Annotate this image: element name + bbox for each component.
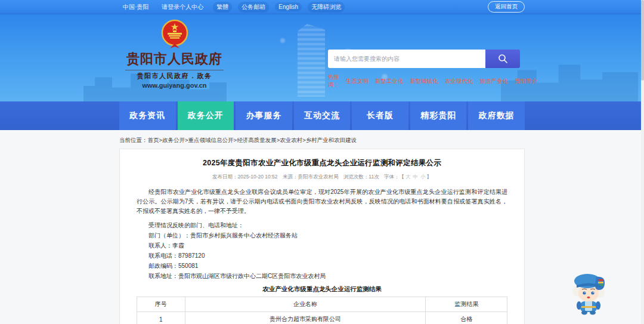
company-name: 贵州合力超市采购有限公司 — [185, 312, 426, 324]
topbar-links: 中国·贵阳 请登录个人中心 繁體 公务邮箱 English 无障碍浏览 — [119, 2, 351, 13]
view-count: 浏览次数：11次 — [343, 174, 379, 180]
article-meta: 发布日期：2025-10-20 10:52 来源：贵阳市农业农村局 浏览次数：1… — [137, 174, 507, 181]
contact-line: 联系地址：贵阳市观山湖区市级行政中心二期C区贵阳市农业农村局 — [137, 271, 507, 281]
main-nav: 政务资讯 政务公开 办事服务 互动交流 长者版 精彩贵阳 政府数据 — [0, 101, 644, 130]
table-header-cell: 监测结果 — [426, 297, 507, 312]
nav-item[interactable]: 办事服务 — [236, 101, 292, 130]
hot-search-label: 热搜词： — [328, 73, 339, 89]
hot-search-link[interactable]: 新型工业化 — [375, 78, 404, 85]
search-input[interactable] — [328, 50, 485, 68]
breadcrumb-label: 当前位置： — [119, 137, 148, 143]
breadcrumb-path: 首页>政务公开>重点领域信息公开>经济高质量发展>农业农村>乡村产业和农田建设 — [148, 137, 357, 143]
monitoring-results-table: 序号企业名称监测结果 1 贵州合力超市采购有限公司 合格 2 — [137, 297, 507, 324]
hot-search-link[interactable]: 新型城镇化 — [410, 78, 439, 85]
contact-line: 联系电话：87987120 — [137, 251, 507, 261]
article-title: 2025年度贵阳市农业产业化市级重点龙头企业运行监测和评定结果公示 — [137, 158, 507, 168]
nav-item[interactable]: 政务资讯 — [119, 101, 176, 130]
table-header-cell: 企业名称 — [185, 297, 426, 312]
site-subtitle: 贵阳市人民政府 . 政务 — [119, 72, 230, 81]
scrollbar-track[interactable] — [641, 0, 644, 324]
search-icon — [498, 54, 508, 64]
table-header-cell: 序号 — [137, 297, 185, 312]
nav-item[interactable]: 精彩贵阳 — [410, 101, 467, 130]
table-body: 1 贵州合力超市采购有限公司 合格 2 贵州友禾种业有限公司 合格 — [137, 312, 507, 324]
content-area: 当前位置：首页>政务公开>重点领域信息公开>经济高质量发展>农业农村>乡村产业和… — [0, 130, 644, 324]
scrollbar-thumb[interactable] — [641, 0, 644, 81]
font-size-option[interactable]: 大 — [405, 174, 411, 180]
hot-search-link[interactable]: 贵阳简介 — [515, 78, 537, 85]
contact-line: 部门（单位）：贵阳市乡村振兴服务中心农村经济服务站 — [137, 230, 507, 240]
logo-divider — [125, 70, 224, 70]
search-button[interactable] — [485, 50, 520, 68]
return-home-button[interactable]: 返回首页 — [488, 1, 525, 13]
article-card: 2025年度贵阳市农业产业化市级重点龙头企业运行监测和评定结果公示 发布日期：2… — [119, 149, 525, 324]
article-source: 来源：贵阳市农业农村局 — [283, 174, 339, 180]
font-size-close: 】 — [427, 174, 432, 180]
site-logo[interactable]: 贵阳市人民政府 贵阳市人民政府 . 政务 www.guiyang.gov.cn — [119, 14, 230, 101]
contact-block: 受理情况反映的部门、电话和地址： 部门（单位）：贵阳市乡村振兴服务中心农村经济服… — [137, 220, 507, 281]
hot-search-link[interactable]: 生态文明 — [346, 78, 369, 85]
search-area: 热搜词： 生态文明 新型工业化 新型城镇化 农业现代化 旅游产业化 — [328, 14, 520, 101]
site-banner: 贵阳市人民政府 贵阳市人民政府 . 政务 www.guiyang.gov.cn — [0, 14, 644, 101]
font-size-label: 字体：【 — [384, 174, 404, 180]
topbar-link[interactable]: 无障碍浏览 — [308, 2, 345, 13]
table-header-row: 序号企业名称监测结果 — [137, 297, 507, 312]
topbar-link[interactable]: English — [275, 2, 302, 11]
mascot-icon — [570, 270, 607, 315]
contact-line: 联系人：李霞 — [137, 240, 507, 251]
nav-item[interactable]: 互动交流 — [294, 101, 351, 130]
contact-line: 受理情况反映的部门、电话和地址： — [137, 220, 507, 230]
site-url: www.guiyang.gov.cn — [119, 82, 230, 89]
mascot-widget[interactable] — [570, 270, 607, 317]
monitoring-result: 合格 — [426, 312, 507, 324]
article-paragraph: 经贵阳市农业产业化市级重点龙头企业联席会议成员单位审定，现对2025年开展的农业… — [137, 187, 507, 216]
topbar-link[interactable]: 公务邮箱 — [238, 2, 269, 13]
table-caption: 农业产业化市级重点龙头企业运行监测结果 — [137, 285, 507, 294]
publish-date: 发布日期：2025-10-20 10:52 — [212, 174, 278, 180]
hot-search-link[interactable]: 旅游产业化 — [480, 78, 509, 85]
nav-item[interactable]: 长者版 — [352, 101, 408, 130]
site-title: 贵阳市人民政府 — [119, 50, 230, 68]
hot-search-bar: 热搜词： 生态文明 新型工业化 新型城镇化 农业现代化 旅游产业化 — [328, 73, 520, 89]
topbar-link[interactable]: 中国·贵阳 — [119, 2, 152, 13]
nav-item[interactable]: 政务公开 — [178, 101, 234, 130]
row-index: 1 — [137, 312, 185, 324]
topbar: 中国·贵阳 请登录个人中心 繁體 公务邮箱 English 无障碍浏览 返回首页 — [0, 0, 644, 14]
hot-search-link[interactable]: 农业现代化 — [445, 78, 473, 85]
page-root: 中国·贵阳 请登录个人中心 繁體 公务邮箱 English 无障碍浏览 返回首页 — [0, 0, 644, 324]
table-row: 1 贵州合力超市采购有限公司 合格 — [137, 312, 507, 324]
nav-item[interactable]: 政府数据 — [468, 101, 525, 130]
font-size-option[interactable]: 中 — [413, 174, 419, 180]
contact-line: 邮政编码：550081 — [137, 261, 507, 271]
topbar-link[interactable]: 繁體 — [213, 2, 232, 13]
font-size-option[interactable]: 小 — [420, 174, 426, 180]
breadcrumb[interactable]: 当前位置：首页>政务公开>重点领域信息公开>经济高质量发展>农业农村>乡村产业和… — [119, 135, 525, 149]
national-emblem-icon — [159, 18, 190, 50]
topbar-link[interactable]: 请登录个人中心 — [158, 2, 207, 13]
